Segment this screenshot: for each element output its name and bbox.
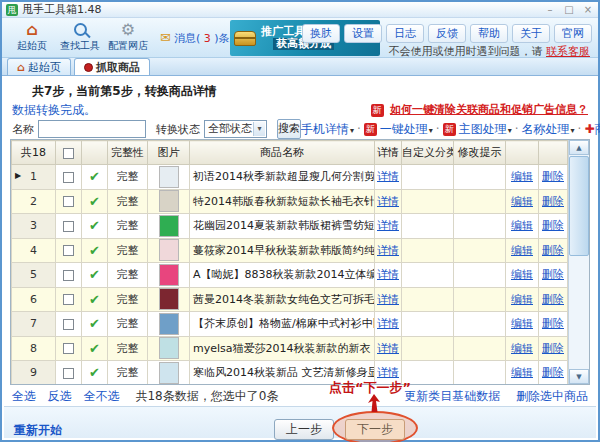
- delete-link[interactable]: 删除: [542, 170, 564, 183]
- edit-link[interactable]: 编辑: [511, 170, 533, 183]
- log-button[interactable]: 日志: [386, 24, 424, 43]
- delete-link[interactable]: 删除: [542, 342, 564, 355]
- header-modify-hint: 修改提示: [454, 141, 506, 165]
- detail-link[interactable]: 详情: [377, 170, 399, 183]
- delete-link[interactable]: 删除: [542, 268, 564, 281]
- row-checkbox[interactable]: [63, 294, 74, 305]
- detail-link[interactable]: 详情: [377, 293, 399, 306]
- delete-link[interactable]: 删除: [542, 366, 564, 379]
- header-custom-category: 自定义分类: [402, 141, 454, 165]
- edit-link[interactable]: 编辑: [511, 219, 533, 232]
- detail-link[interactable]: 详情: [377, 366, 399, 379]
- menu-product-check[interactable]: ✚商品检测▾: [584, 121, 600, 138]
- toolbar-item-home[interactable]: ⌂ 起始页: [8, 18, 56, 53]
- official-site-button[interactable]: 官网: [554, 24, 592, 43]
- edit-link[interactable]: 编辑: [511, 366, 533, 379]
- next-step-button[interactable]: 下一步: [345, 419, 405, 440]
- edit-link[interactable]: 编辑: [511, 293, 533, 306]
- toolbar-item-configure-shop[interactable]: ⚙ 配置网店: [104, 18, 152, 53]
- help-button[interactable]: 帮助: [470, 24, 508, 43]
- delete-link[interactable]: 删除: [542, 293, 564, 306]
- table-row: 3 ✔ 完整 花幽园2014夏装新款韩版裙裤雪纺短裤女夏季高腰大码热裤显... …: [12, 214, 568, 239]
- maximize-icon[interactable]: □: [563, 4, 575, 16]
- detail-link[interactable]: 详情: [377, 268, 399, 281]
- detail-link[interactable]: 详情: [377, 195, 399, 208]
- status-filter-select[interactable]: 全部状态 ▾: [204, 120, 267, 138]
- row-checkbox[interactable]: [63, 319, 74, 330]
- product-name: 【芥末原创】格物蓝/棉麻中式衬衫中国风 中袖五分袖立领 禅...: [190, 312, 375, 337]
- table-row: 5 ✔ 完整 A【呦妮】8838秋装新款2014立体编织纹路褶皱腰围纯色短裤女 …: [12, 263, 568, 288]
- check-icon: ✔: [89, 169, 100, 184]
- product-name: 初语2014秋季新款超显瘦几何分割剪裁微弹棉质紧身休闲文艺...: [190, 165, 375, 190]
- scrollbar-thumb[interactable]: [569, 156, 589, 256]
- restart-link[interactable]: 重新开始: [14, 422, 62, 439]
- select-all-checkbox[interactable]: [63, 148, 74, 159]
- edit-link[interactable]: 编辑: [511, 317, 533, 330]
- chevron-down-icon: ▾: [429, 126, 433, 135]
- delete-link[interactable]: 删除: [542, 195, 564, 208]
- close-icon[interactable]: ×: [582, 4, 594, 16]
- delete-link[interactable]: 删除: [542, 244, 564, 257]
- delete-link[interactable]: 删除: [542, 317, 564, 330]
- settings-button[interactable]: 设置: [344, 24, 382, 43]
- update-category-link[interactable]: 更新类目基础数据: [404, 389, 500, 403]
- menu-phone-detail[interactable]: 手机详情▾: [301, 121, 354, 138]
- delete-link[interactable]: 删除: [542, 219, 564, 232]
- search-button[interactable]: 搜索: [277, 119, 301, 139]
- edit-link[interactable]: 编辑: [511, 268, 533, 281]
- about-button[interactable]: 关于: [512, 24, 550, 43]
- menu-name-process[interactable]: 名称处理▾: [522, 121, 575, 138]
- row-checkbox[interactable]: [63, 270, 74, 281]
- row-checkbox[interactable]: [63, 221, 74, 232]
- minimize-icon[interactable]: –: [544, 4, 556, 16]
- name-filter-input[interactable]: [38, 120, 146, 138]
- table-row: 2 ✔ 完整 特2014韩版春秋新款短款长袖毛衣针织衫套头大码高领打底衫... …: [12, 189, 568, 214]
- vertical-scrollbar[interactable]: ▲ ▼: [568, 140, 589, 384]
- edit-link[interactable]: 编辑: [511, 195, 533, 208]
- grab-icon: [84, 63, 93, 72]
- new-badge-icon: 新: [443, 123, 456, 136]
- edit-link[interactable]: 编辑: [511, 342, 533, 355]
- product-name: 茜曼2014冬装新款女纯色文艺可拆毛领长款加厚羽绒服 B834...: [190, 287, 375, 312]
- scroll-down-icon[interactable]: ▼: [569, 369, 589, 384]
- previous-step-button[interactable]: 上一步: [274, 419, 334, 440]
- row-checkbox[interactable]: [63, 368, 74, 379]
- detail-link[interactable]: 详情: [377, 244, 399, 257]
- conversion-status-text: 数据转换完成。: [12, 103, 96, 117]
- app-logo-icon: 甩: [6, 4, 18, 16]
- home-icon: ⌂: [8, 21, 56, 39]
- row-checkbox[interactable]: [63, 343, 74, 354]
- menu-one-click-process[interactable]: 新一键处理▾: [364, 121, 433, 138]
- invert-select-link[interactable]: 反选: [48, 389, 72, 403]
- row-checkbox[interactable]: [63, 245, 74, 256]
- chevron-down-icon: ▾: [571, 126, 575, 135]
- delete-selected-link[interactable]: 删除选中商品: [516, 389, 588, 403]
- header-product-name: 商品名称: [190, 141, 375, 165]
- select-all-link[interactable]: 全选: [12, 389, 36, 403]
- table-row: 6 ✔ 完整 茜曼2014冬装新款女纯色文艺可拆毛领长款加厚羽绒服 B834..…: [12, 287, 568, 312]
- scroll-up-icon[interactable]: ▲: [569, 140, 589, 155]
- howto-clear-ads-link[interactable]: 如何一键清除关联商品和促销广告信息？: [390, 103, 588, 116]
- product-thumbnail: [159, 215, 179, 237]
- select-none-link[interactable]: 全不选: [84, 389, 120, 403]
- contact-support-link[interactable]: 联系客服: [546, 45, 590, 58]
- product-thumbnail: [159, 313, 179, 335]
- toolbar-item-label: 查找工具: [60, 40, 100, 51]
- edit-link[interactable]: 编辑: [511, 244, 533, 257]
- detail-link[interactable]: 详情: [377, 317, 399, 330]
- detail-link[interactable]: 详情: [377, 219, 399, 232]
- toolbar-item-find-tools[interactable]: 查找工具: [56, 18, 104, 53]
- row-checkbox[interactable]: [63, 172, 74, 183]
- skin-button[interactable]: 换肤: [302, 24, 340, 43]
- feedback-button[interactable]: 反馈: [428, 24, 466, 43]
- menu-main-image-process[interactable]: 新主图处理▾: [443, 121, 512, 138]
- new-badge-icon: 新: [371, 104, 384, 117]
- toolbar: ⌂ 起始页 查找工具 ⚙ 配置网店 ✉消息( 3 )条未读 推广工具箱 获高额分…: [2, 18, 598, 58]
- header-detail: 详情: [375, 141, 402, 165]
- tab-grab-products[interactable]: 抓取商品: [74, 58, 150, 75]
- unread-count: 3: [200, 32, 214, 45]
- row-checkbox[interactable]: [63, 196, 74, 207]
- detail-link[interactable]: 详情: [377, 342, 399, 355]
- chevron-down-icon: ▾: [508, 126, 512, 135]
- tab-home[interactable]: ⌂ 起始页: [7, 58, 71, 75]
